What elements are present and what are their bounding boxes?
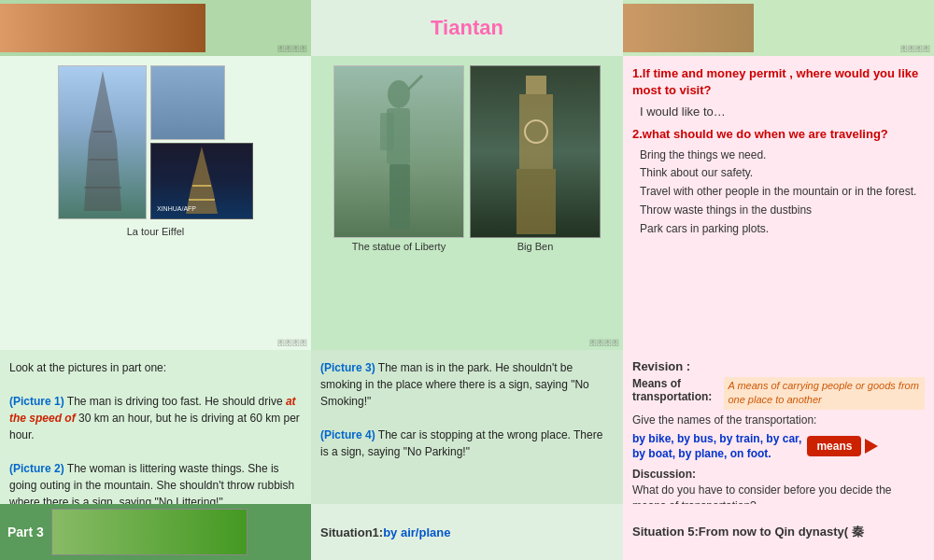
- svg-rect-16: [517, 169, 556, 234]
- situation1-transport: by air/plane: [383, 525, 450, 539]
- revision-title: Revision :: [632, 359, 925, 373]
- bigben-caption: Big Ben: [470, 241, 601, 252]
- tiantan-label: Tiantan: [431, 16, 503, 40]
- question-2-text: 2.what should we do when we are travelin…: [632, 126, 925, 143]
- bullet-1: Bring the things we need.: [640, 147, 925, 163]
- row1-col2: Tiantan: [311, 0, 623, 56]
- transport-list-row: by bike, by bus, by train, by car, by bo…: [632, 430, 925, 462]
- eiffel-sm1: [150, 65, 225, 140]
- top-right-image: [623, 4, 754, 52]
- row2-col2: The statue of Liberty Big Ben: [311, 56, 623, 350]
- bigben-svg: [474, 66, 596, 234]
- row4-col3: Situation 5:From now to Qin dynasty( 秦: [623, 504, 934, 560]
- transport-list-col: by bike, by bus, by train, by car, by bo…: [632, 430, 801, 462]
- row1-col3: 图图图图: [623, 0, 934, 56]
- row2-col1: XINHUA/AFP La tour Eiffel 图图图图: [0, 56, 311, 350]
- china-map-image: [51, 509, 248, 555]
- picture-1-label: (Picture 1): [9, 395, 64, 408]
- p1-text: The man is driving too fast. He should d…: [64, 395, 286, 408]
- answer-placeholder: I would like to…: [640, 105, 925, 119]
- situation5-text: Situation 5:From now to Qin dynasty( 秦: [632, 524, 864, 540]
- svg-text:XINHUA/AFP: XINHUA/AFP: [157, 205, 196, 212]
- bigben-image: [470, 65, 601, 238]
- eiffel-svg: [70, 66, 135, 216]
- picture-3-label: (Picture 3): [320, 361, 375, 374]
- row4-col1: Part 3: [0, 504, 311, 560]
- transport-row: Means of transportation: A means of carr…: [632, 377, 925, 410]
- eiffel-caption: La tour Eiffel: [127, 226, 185, 237]
- look-heading: Look at the pictures in part one:: [9, 361, 166, 374]
- row3-col3: Revision : Means of transportation: A me…: [623, 350, 934, 504]
- means-button[interactable]: means: [807, 436, 861, 456]
- bullet-2: Think about our safety.: [640, 165, 925, 181]
- transport-list1: by bike, by bus, by train, by car,: [632, 432, 801, 445]
- watermark-r1c1: 图图图图: [277, 44, 307, 54]
- row4-col2: Situation1: by air/plane: [311, 504, 623, 560]
- watermark-r2c2: 图图图图: [589, 338, 619, 348]
- eiffel-night-svg: XINHUA/AFP: [155, 144, 248, 217]
- picture-4-label: (Picture 4): [320, 428, 375, 441]
- row3-col1: Look at the pictures in part one: (Pictu…: [0, 350, 311, 504]
- statue-svg: [338, 66, 460, 234]
- statue-caption: The statue of Liberty: [333, 241, 464, 252]
- question-1-text: 1.If time and money permit , where would…: [632, 65, 925, 99]
- row3: Look at the pictures in part one: (Pictu…: [0, 350, 934, 504]
- row1-col1: 图图图图: [0, 0, 311, 56]
- statue-col: The statue of Liberty: [333, 65, 464, 252]
- row3-col1-text: Look at the pictures in part one: (Pictu…: [9, 359, 302, 504]
- situation1-label: Situation1:: [320, 525, 383, 539]
- row2: XINHUA/AFP La tour Eiffel 图图图图: [0, 56, 934, 350]
- bigben-col: Big Ben: [470, 65, 601, 252]
- p2-sign: sign: [92, 496, 113, 504]
- svg-marker-4: [186, 147, 218, 214]
- transport-label: Means of transportation:: [632, 377, 720, 403]
- eiffel-day-large: [58, 65, 147, 219]
- svg-rect-11: [380, 113, 394, 150]
- p2-text2: , saying "No Littering!": [113, 496, 223, 504]
- give-names: Give the names of the transportation:: [632, 413, 925, 427]
- svg-marker-0: [84, 71, 121, 211]
- eiffel-top-row: XINHUA/AFP: [58, 65, 253, 219]
- bullet-3: Travel with other people in the mountain…: [640, 184, 925, 200]
- transport-def: A means of carrying people or goods from…: [724, 377, 925, 410]
- means-arrow-icon: [865, 439, 878, 454]
- row2-col3: 1.If time and money permit , where would…: [623, 56, 934, 350]
- picture-2-label: (Picture 2): [9, 462, 64, 475]
- bullet-5: Park cars in parking plots.: [640, 221, 925, 237]
- row1: 图图图图 Tiantan 图图图图: [0, 0, 934, 56]
- discussion-title: Discussion:: [632, 468, 925, 481]
- statue-image: [333, 65, 464, 238]
- top-left-image: [0, 4, 205, 52]
- landmark-imgs-row: The statue of Liberty Big Ben: [333, 65, 601, 252]
- svg-line-9: [408, 76, 422, 90]
- page-wrapper: 图图图图 Tiantan 图图图图: [0, 0, 934, 560]
- discussion-question: What do you have to consider before you …: [632, 483, 925, 504]
- bullet-4: Throw waste things in the dustbins: [640, 203, 925, 218]
- transport-list2: by boat, by plane, on foot.: [632, 447, 801, 460]
- row4: Part 3 Situation1: by air/plane Situatio…: [0, 504, 934, 560]
- watermark-r1c3: 图图图图: [900, 44, 930, 54]
- eiffel-small-col: XINHUA/AFP: [150, 65, 253, 219]
- part3-label: Part 3: [7, 525, 44, 539]
- eiffel-night: XINHUA/AFP: [150, 143, 253, 219]
- watermark-r2c1: 图图图图: [277, 338, 307, 348]
- svg-rect-12: [389, 164, 410, 230]
- row3-col2-text: (Picture 3) The man is in the park. He s…: [320, 359, 614, 460]
- svg-rect-13: [526, 76, 546, 94]
- svg-point-8: [388, 80, 410, 108]
- row3-col2: (Picture 3) The man is in the park. He s…: [311, 350, 623, 504]
